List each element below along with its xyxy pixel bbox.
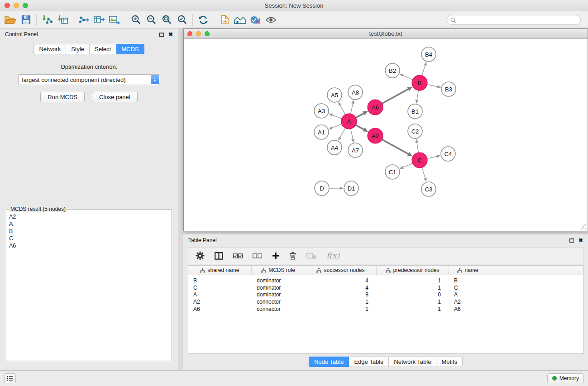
close-panel-button[interactable]: Close panel (92, 92, 138, 102)
search-input[interactable] (447, 15, 581, 25)
close-table-panel-icon[interactable]: ✖ (578, 238, 583, 243)
table-row[interactable]: Cdominator41C (188, 284, 583, 291)
graph-edge-B-B1[interactable] (415, 91, 418, 104)
graph-edge-A6-B[interactable] (382, 87, 412, 104)
import-network-button[interactable] (39, 13, 55, 27)
control-tab-network[interactable]: Network (33, 44, 66, 54)
table-row[interactable]: Bdominator41B (188, 277, 583, 284)
zoom-out-button[interactable] (143, 13, 159, 27)
mcds-result-item[interactable]: B (6, 228, 172, 235)
export-table-button[interactable] (91, 13, 107, 27)
graph-node-B[interactable]: B (412, 75, 427, 91)
column-header-shared-name[interactable]: shared name (188, 266, 252, 275)
delete-column-button[interactable] (289, 252, 296, 260)
apply-visual-style-button[interactable] (248, 13, 263, 27)
table-tab-edge-table[interactable]: Edge Table (349, 357, 389, 367)
close-panel-icon[interactable]: ✖ (168, 32, 173, 37)
run-mcds-button[interactable]: Run MCDS (40, 92, 85, 102)
graph-node-A6[interactable]: A6 (368, 100, 383, 115)
graph-edge-C-C1[interactable] (400, 163, 413, 169)
graph-node-A1[interactable]: A1 (314, 125, 329, 139)
graph-edge-B-B2[interactable] (400, 74, 413, 80)
task-history-button[interactable] (4, 373, 16, 383)
show-all-panels-button[interactable] (232, 13, 248, 27)
table-tab-node-table[interactable]: Node Table (309, 357, 349, 367)
function-builder-button[interactable]: f(x) (326, 251, 339, 260)
select-all-rows-button[interactable] (233, 253, 243, 259)
float-panel-icon[interactable] (159, 33, 164, 37)
mcds-result-item[interactable]: C (6, 235, 172, 242)
graph-node-C2[interactable]: C2 (408, 124, 422, 138)
graph-edge-A-A7[interactable] (351, 129, 354, 143)
control-tab-select[interactable]: Select (90, 44, 116, 54)
network-canvas[interactable]: B4B2BB3A5A8A6A3B1AA1C2A2A4A7C4CC1C3DD1 (184, 39, 588, 230)
graph-node-C1[interactable]: C1 (385, 165, 400, 179)
graph-edge-B-B4[interactable] (422, 62, 427, 76)
graph-edge-D-D1[interactable] (329, 186, 344, 190)
add-column-button[interactable] (272, 252, 279, 259)
graph-node-B4[interactable]: B4 (421, 47, 436, 62)
table-row[interactable]: A2connector11A2 (188, 298, 583, 305)
graph-edge-A-A6[interactable] (356, 111, 368, 118)
table-tab-network-table[interactable]: Network Table (389, 357, 436, 367)
graph-edge-A-A2[interactable] (356, 125, 368, 132)
column-header-MCDS-role[interactable]: MCDS role (252, 266, 305, 275)
control-tab-mcds[interactable]: MCDS (116, 44, 144, 54)
export-network-button[interactable] (76, 13, 91, 27)
open-network-file-button[interactable] (217, 13, 232, 27)
deselect-all-rows-button[interactable] (253, 253, 262, 259)
graph-node-B3[interactable]: B3 (441, 82, 456, 96)
mcds-result-item[interactable]: A2 (6, 213, 172, 220)
fullscreen-window-button[interactable] (23, 3, 28, 8)
mcds-result-item[interactable]: A6 (6, 242, 172, 249)
open-session-button[interactable] (3, 13, 18, 27)
graph-node-B1[interactable]: B1 (408, 104, 422, 119)
graph-edge-A-A1[interactable] (329, 124, 342, 129)
graph-node-C[interactable]: C (412, 152, 427, 168)
column-header-name[interactable]: name (449, 266, 487, 275)
delete-table-button[interactable] (306, 253, 316, 259)
graph-edge-C-C2[interactable] (415, 139, 418, 152)
minimize-window-button[interactable] (14, 3, 19, 8)
zoom-network-window-button[interactable] (205, 31, 210, 36)
graph-edge-B-B3[interactable] (427, 85, 441, 88)
graph-node-A3[interactable]: A3 (314, 104, 329, 118)
graph-edge-A2-C[interactable] (382, 139, 412, 156)
graph-edge-A-A3[interactable] (329, 114, 342, 119)
table-row[interactable]: Adominator80A (188, 291, 583, 298)
graph-node-A7[interactable]: A7 (348, 143, 363, 157)
graph-node-A4[interactable]: A4 (327, 140, 342, 155)
mcds-result-item[interactable]: A (6, 220, 172, 228)
table-settings-button[interactable] (196, 251, 205, 260)
minimize-network-window-button[interactable] (196, 31, 201, 36)
control-tab-style[interactable]: Style (66, 44, 90, 54)
memory-button[interactable]: Memory (547, 373, 584, 383)
refresh-network-button[interactable] (196, 13, 211, 27)
graph-edge-C-C3[interactable] (422, 167, 427, 182)
show-columns-button[interactable] (215, 252, 223, 260)
zoom-fit-button[interactable] (159, 13, 174, 27)
graph-edge-A-A5[interactable] (338, 102, 345, 114)
graph-node-A2[interactable]: A2 (368, 128, 383, 143)
graph-edge-C-C4[interactable] (427, 155, 441, 158)
graph-edge-A-A4[interactable] (338, 128, 345, 141)
column-header-successor-nodes[interactable]: successor nodes (305, 266, 377, 275)
graph-node-A5[interactable]: A5 (327, 88, 342, 102)
graph-node-C3[interactable]: C3 (421, 182, 436, 196)
graph-edge-A-A8[interactable] (351, 100, 354, 114)
column-header-predecessor-nodes[interactable]: predecessor nodes (377, 266, 449, 275)
show-hide-graphics-button[interactable] (263, 13, 278, 27)
graph-node-B2[interactable]: B2 (385, 63, 400, 78)
graph-node-D1[interactable]: D1 (344, 181, 359, 195)
table-tab-motifs[interactable]: Motifs (436, 357, 463, 367)
graph-node-C4[interactable]: C4 (441, 147, 455, 161)
graph-node-D[interactable]: D (315, 181, 329, 195)
import-table-button[interactable] (55, 13, 70, 27)
zoom-in-button[interactable] (128, 13, 143, 27)
resize-grip-icon[interactable] (581, 224, 587, 230)
table-row[interactable]: A6connector11A6 (188, 305, 583, 313)
zoom-selected-button[interactable] (174, 13, 190, 27)
export-image-button[interactable] (107, 13, 122, 27)
close-window-button[interactable] (5, 3, 10, 8)
graph-node-A8[interactable]: A8 (348, 85, 363, 100)
